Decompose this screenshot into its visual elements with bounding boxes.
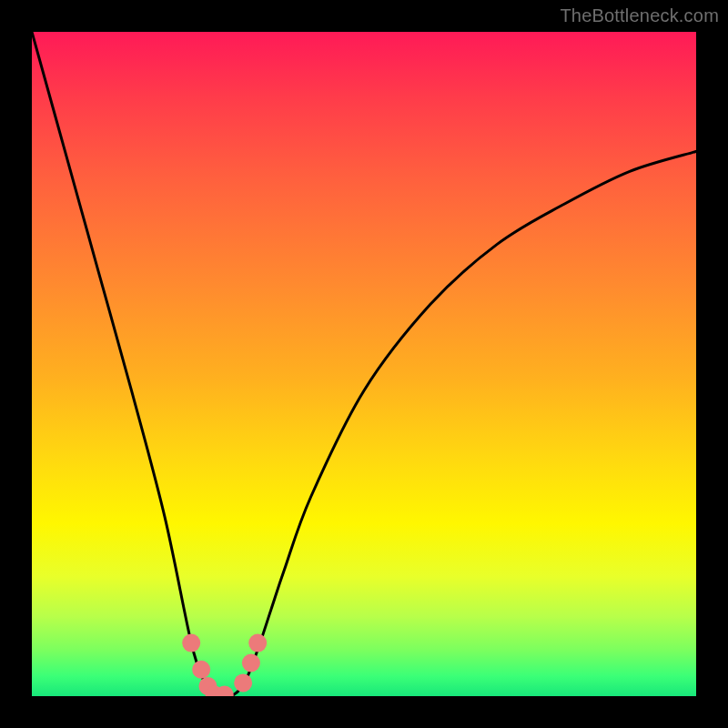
plot-area <box>32 32 696 696</box>
chart-frame: TheBottleneck.com <box>0 0 728 728</box>
watermark-text: TheBottleneck.com <box>560 5 719 26</box>
marker-right-3 <box>248 634 267 652</box>
marker-right-1 <box>234 673 252 692</box>
marker-left-2 <box>192 661 210 679</box>
marker-right-2 <box>242 654 260 672</box>
bottleneck-curve <box>32 32 696 696</box>
data-markers <box>182 634 267 696</box>
marker-left-1 <box>182 634 200 652</box>
bottleneck-chart <box>32 32 696 696</box>
